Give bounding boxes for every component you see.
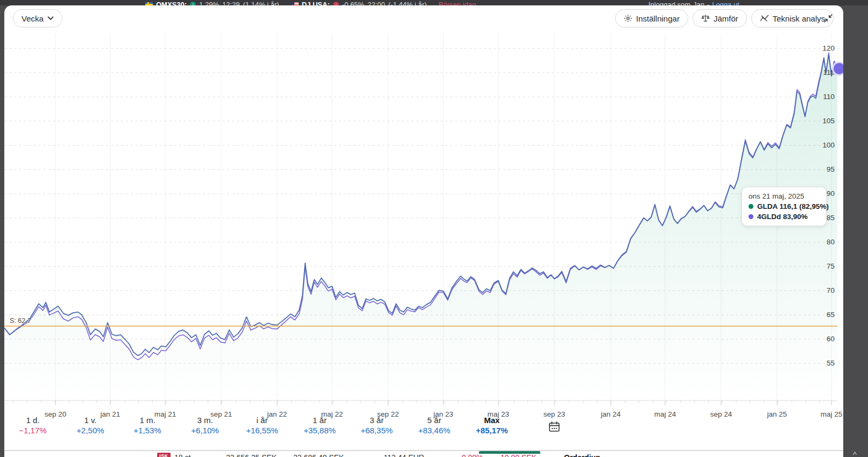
dj-label: DJ USA: bbox=[302, 1, 330, 5]
y-axis-tick-label: 65 bbox=[808, 311, 835, 319]
start-price-label: S: 62,7 bbox=[10, 317, 31, 325]
glda-series-dot bbox=[749, 204, 753, 209]
range-button-label: 3 m. bbox=[179, 416, 231, 425]
borsen-idag-link[interactable]: Börsen idag bbox=[439, 1, 476, 5]
y-axis-tick-label: 110 bbox=[808, 93, 835, 101]
dj-change: -0,65% bbox=[342, 1, 364, 5]
tooltip-date: ons 21 maj, 2025 bbox=[749, 192, 820, 200]
omx-change: 1,29% bbox=[199, 1, 219, 5]
sweden-flag-icon bbox=[145, 2, 153, 5]
market-tickers: OMXS30: ↑ 1,29% 12:29 (1,14% i år) DJ US… bbox=[145, 1, 476, 5]
quantity-value: 18 st bbox=[174, 453, 190, 457]
change-down-icon: ↓ bbox=[333, 2, 339, 5]
range-button-3år[interactable]: 3 år+68,35% bbox=[350, 416, 403, 435]
range-button-pct: +6,10% bbox=[179, 426, 231, 435]
login-name: Jan bbox=[693, 1, 704, 5]
custom-date-range-button[interactable] bbox=[545, 418, 564, 436]
change-up-icon: ↑ bbox=[190, 2, 196, 5]
x-axis-tick-label: jan 25 bbox=[758, 410, 796, 418]
range-button-label: 5 år bbox=[408, 416, 461, 425]
price-chart-canvas[interactable] bbox=[4, 5, 843, 406]
dj-ytd: (-1,44% i år) bbox=[388, 1, 427, 5]
x-axis-tick-label: maj 25 bbox=[813, 410, 843, 418]
tooltip-series-glda: GLDA 116,1 (82,95%) bbox=[749, 202, 820, 210]
value-sek-1: 23.656,25 SEK bbox=[226, 453, 277, 457]
x-axis-tick-label: sep 23 bbox=[535, 410, 573, 418]
y-axis-tick-label: 70 bbox=[808, 286, 835, 295]
depth-bar bbox=[479, 451, 540, 454]
omx-ytd: (1,14% i år) bbox=[243, 1, 279, 5]
range-button-pct: −1,17% bbox=[6, 426, 59, 435]
change-amount: 10,00 SEK bbox=[500, 453, 537, 457]
range-button-label: 1 år bbox=[293, 416, 346, 425]
range-button-1m[interactable]: 1 m.+1,53% bbox=[121, 416, 174, 435]
chart-tooltip: ons 21 maj, 2025 GLDA 116,1 (82,95%) 4GL… bbox=[742, 187, 827, 226]
top-ticker-bar: OMXS30: ↑ 1,29% 12:29 (1,14% i år) DJ US… bbox=[0, 0, 868, 5]
y-axis-tick-label: 80 bbox=[808, 238, 835, 247]
y-axis-tick-label: 115 bbox=[808, 68, 835, 77]
chart-panel: Vecka Inställningar Jämför bbox=[4, 5, 843, 450]
orderdjup-heading: Orderdjup bbox=[564, 453, 601, 457]
range-button-5år[interactable]: 5 år+83,46% bbox=[408, 416, 461, 435]
logout-link[interactable]: Logga ut bbox=[712, 1, 739, 5]
y-axis-tick-label: 55 bbox=[808, 359, 835, 368]
x-axis-tick-label: sep 24 bbox=[702, 410, 740, 418]
range-button-label: Max bbox=[465, 416, 518, 425]
y-axis-tick-label: 120 bbox=[808, 44, 835, 53]
omx-time: 12:29 bbox=[222, 1, 240, 5]
account-type-badge: ISK bbox=[157, 453, 171, 457]
range-button-iår[interactable]: i år+16,55% bbox=[236, 416, 288, 435]
y-axis-tick-label: 105 bbox=[808, 117, 835, 125]
range-button-label: 1 m. bbox=[121, 416, 174, 425]
range-button-label: 1 v. bbox=[64, 416, 117, 425]
range-button-pct: +68,35% bbox=[350, 426, 403, 435]
range-button-1v[interactable]: 1 v.+2,50% bbox=[64, 416, 117, 435]
range-button-label: 3 år bbox=[350, 416, 403, 425]
range-button-1d[interactable]: 1 d.−1,17% bbox=[6, 416, 59, 435]
dj-time: 22:00 bbox=[368, 1, 385, 5]
y-axis-tick-label: 60 bbox=[808, 335, 835, 343]
range-button-label: 1 d. bbox=[6, 416, 59, 425]
bottom-row: ISK 18 st 23.656,25 SEK 23.686,40 SEK 11… bbox=[4, 451, 843, 457]
y-axis-tick-label: 75 bbox=[808, 262, 835, 271]
range-button-pct: +1,53% bbox=[121, 426, 174, 435]
range-button-pct: +16,55% bbox=[236, 426, 288, 435]
range-button-pct: +35,88% bbox=[293, 426, 346, 435]
login-text: Inloggad som bbox=[648, 1, 690, 5]
range-button-max[interactable]: Max+85,17% bbox=[465, 416, 518, 435]
tooltip-series-4gldd: 4GLDd 83,90% bbox=[749, 213, 820, 221]
x-axis-tick-label: jan 24 bbox=[592, 410, 630, 418]
4gldd-series-text: 4GLDd 83,90% bbox=[757, 213, 808, 221]
range-button-label: i år bbox=[236, 416, 288, 425]
4gldd-series-dot bbox=[749, 214, 753, 219]
x-axis-tick-label: maj 24 bbox=[646, 410, 684, 418]
login-separator: - bbox=[707, 1, 709, 5]
login-status: Inloggad som Jan - Logga ut bbox=[648, 1, 739, 5]
corner-hint-icon: ^ bbox=[853, 450, 857, 457]
omx-label: OMXS30: bbox=[156, 1, 187, 5]
y-axis-tick-label: 100 bbox=[808, 141, 835, 150]
range-button-pct: +2,50% bbox=[64, 426, 117, 435]
glda-series-text: GLDA 116,1 (82,95%) bbox=[757, 202, 829, 210]
latest-price-badge bbox=[832, 61, 843, 76]
usa-flag-icon bbox=[291, 2, 299, 5]
calendar-icon bbox=[548, 420, 561, 433]
range-button-3m[interactable]: 3 m.+6,10% bbox=[179, 416, 231, 435]
range-button-pct: +85,17% bbox=[465, 426, 518, 435]
value-eur: 113,44 EUR bbox=[384, 453, 424, 457]
change-pct: 0,00% bbox=[462, 453, 483, 457]
y-axis-tick-label: 95 bbox=[808, 165, 835, 174]
range-button-pct: +83,46% bbox=[408, 426, 461, 435]
range-button-1år[interactable]: 1 år+35,88% bbox=[293, 416, 346, 435]
value-sek-2: 23.686,40 SEK bbox=[293, 453, 344, 457]
